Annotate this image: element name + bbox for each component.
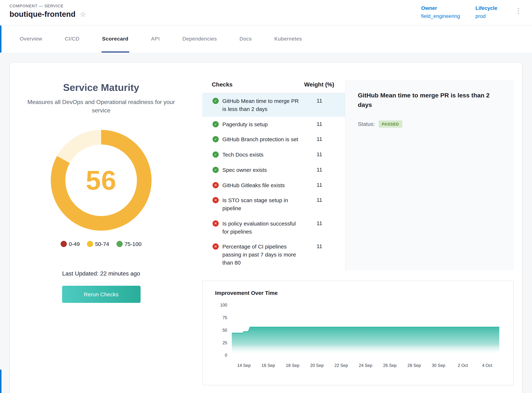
header: COMPONENT — SERVICE boutique-frontend ☆ … xyxy=(0,0,532,25)
check-row[interactable]: ✓Tech Docs exists11 xyxy=(202,147,345,162)
x-axis-tick: 16 Sep xyxy=(262,363,275,368)
lifecycle-value[interactable]: prod xyxy=(475,13,497,19)
y-axis-tick: 50 xyxy=(223,327,227,332)
checks-section: Checks Weight (%) ✓GitHub Mean time to m… xyxy=(202,80,514,270)
checks-table-header: Checks Weight (%) xyxy=(202,80,345,93)
owner-link[interactable]: field_engineering xyxy=(421,13,460,19)
score-legend: 0-4950-7475-100 xyxy=(17,241,185,247)
check-row[interactable]: ✕Is STO scan stage setup in pipeline11 xyxy=(202,193,345,216)
header-left: COMPONENT — SERVICE boutique-frontend ☆ xyxy=(10,4,86,19)
lifecycle-label: Lifecycle xyxy=(475,5,497,11)
check-label: Pagerduty is setup xyxy=(219,120,304,128)
check-row[interactable]: ✕Percentage of CI pipelines passing in p… xyxy=(202,239,345,270)
check-label: Is policy evaluation successful for pipe… xyxy=(219,220,304,236)
check-row[interactable]: ✓Spec owner exists11 xyxy=(202,162,345,178)
check-detail-title: GitHub Mean time to merge PR is less tha… xyxy=(358,91,501,110)
check-label: Percentage of CI pipelines passing in pa… xyxy=(219,243,304,267)
check-passed-icon: ✓ xyxy=(213,136,219,142)
last-updated-text: Last Updated: 22 minutes ago xyxy=(17,270,185,277)
improvement-chart-box: Improvement Over Time 025507510014 Sep16… xyxy=(202,280,514,385)
breadcrumb: COMPONENT — SERVICE xyxy=(10,4,86,8)
check-weight: 11 xyxy=(304,97,345,104)
left-edge-indicator xyxy=(0,370,1,393)
check-weight: 11 xyxy=(304,151,345,157)
service-page: COMPONENT — SERVICE boutique-frontend ☆ … xyxy=(0,0,532,393)
maturity-gauge: 56 xyxy=(51,130,152,231)
legend-dot-icon xyxy=(87,241,93,247)
check-passed-icon: ✓ xyxy=(213,98,219,104)
status-row: Status: PASSED xyxy=(358,120,501,128)
check-detail-panel: GitHub Mean time to merge PR is less tha… xyxy=(345,80,514,270)
check-weight: 11 xyxy=(304,120,345,127)
check-label: Spec owner exists xyxy=(219,166,304,174)
check-weight: 11 xyxy=(304,136,345,142)
chart-title: Improvement Over Time xyxy=(212,290,504,296)
tab-dependencies[interactable]: Dependencies xyxy=(182,25,218,53)
tab-kubernetes[interactable]: Kubernetes xyxy=(274,25,303,53)
x-axis-tick: 20 Sep xyxy=(310,363,324,368)
kebab-menu-icon[interactable]: ⋮ xyxy=(513,5,522,14)
checks-area: Checks Weight (%) ✓GitHub Mean time to m… xyxy=(192,62,522,393)
header-right: Owner field_engineering Lifecycle prod ⋮ xyxy=(421,4,522,19)
tab-overview[interactable]: Overview xyxy=(19,25,43,53)
status-badge: PASSED xyxy=(378,120,402,128)
check-label: Tech Docs exists xyxy=(219,151,304,159)
owner-group: Owner field_engineering xyxy=(421,5,460,19)
legend-item: 50-74 xyxy=(87,241,109,247)
x-axis-tick: 14 Sep xyxy=(237,363,251,368)
check-row[interactable]: ✕GitHub Gitleaks file exists11 xyxy=(202,177,345,193)
legend-label: 75-100 xyxy=(124,241,141,247)
legend-item: 0-49 xyxy=(61,241,80,247)
x-axis-tick: 28 Sep xyxy=(408,363,421,368)
weight-header: Weight (%) xyxy=(304,81,345,88)
check-weight: 11 xyxy=(304,243,345,249)
improvement-over-time-chart: 025507510014 Sep16 Sep18 Sep20 Sep22 Sep… xyxy=(212,297,504,382)
x-axis-tick: 22 Sep xyxy=(334,363,348,368)
x-axis-tick: 4 Oct xyxy=(482,363,492,368)
main-content: Service Maturity Measures all DevOps and… xyxy=(0,53,532,393)
maturity-score: 56 xyxy=(86,165,117,196)
tab-api[interactable]: API xyxy=(150,25,161,53)
x-axis-tick: 26 Sep xyxy=(383,363,397,368)
owner-label: Owner xyxy=(421,5,460,11)
scorecard-subtitle: Measures all DevOps and Operational read… xyxy=(21,98,181,115)
y-axis-tick: 100 xyxy=(220,302,227,307)
x-axis-tick: 18 Sep xyxy=(286,363,299,368)
checks-list: ✓GitHub Mean time to merge PR is less th… xyxy=(202,93,345,270)
viewport: COMPONENT — SERVICE boutique-frontend ☆ … xyxy=(0,0,532,393)
x-axis-tick: 30 Sep xyxy=(432,363,445,368)
check-row[interactable]: ✕Is policy evaluation successful for pip… xyxy=(202,216,345,239)
scorecard-title: Service Maturity xyxy=(17,82,185,93)
check-label: GitHub Mean time to merge PR is less tha… xyxy=(219,97,304,113)
rerun-checks-button[interactable]: Rerun Checks xyxy=(62,286,140,303)
legend-dot-icon xyxy=(116,241,123,247)
checks-list-column: Checks Weight (%) ✓GitHub Mean time to m… xyxy=(202,80,345,270)
x-axis-tick: 2 Oct xyxy=(458,363,468,368)
check-row[interactable]: ✓GitHub Branch protection is set11 xyxy=(202,132,345,147)
y-axis-tick: 0 xyxy=(225,353,227,358)
status-label: Status: xyxy=(358,121,375,127)
check-row[interactable]: ✓Pagerduty is setup11 xyxy=(202,117,345,132)
check-passed-icon: ✓ xyxy=(213,167,219,173)
favorite-star-icon[interactable]: ☆ xyxy=(80,10,86,18)
check-row[interactable]: ✓GitHub Mean time to merge PR is less th… xyxy=(202,93,345,117)
check-failed-icon: ✕ xyxy=(213,244,219,250)
check-weight: 11 xyxy=(304,181,345,188)
tab-scorecard[interactable]: Scorecard xyxy=(101,25,129,53)
scorecard-card: Service Maturity Measures all DevOps and… xyxy=(10,62,522,393)
check-passed-icon: ✓ xyxy=(213,121,219,127)
check-weight: 11 xyxy=(304,220,345,226)
x-axis-tick: 24 Sep xyxy=(359,363,372,368)
y-axis-tick: 75 xyxy=(223,315,227,320)
chart-area xyxy=(232,327,499,355)
check-weight: 11 xyxy=(304,196,345,203)
check-failed-icon: ✕ xyxy=(213,197,219,203)
check-passed-icon: ✓ xyxy=(213,152,219,158)
tab-ci-cd[interactable]: CI/CD xyxy=(64,25,80,53)
gauge-inner: 56 xyxy=(65,145,137,216)
tab-docs[interactable]: Docs xyxy=(239,25,253,53)
legend-label: 50-74 xyxy=(95,241,109,247)
legend-label: 0-49 xyxy=(69,241,80,247)
checks-header: Checks xyxy=(212,81,304,88)
legend-dot-icon xyxy=(61,241,67,247)
